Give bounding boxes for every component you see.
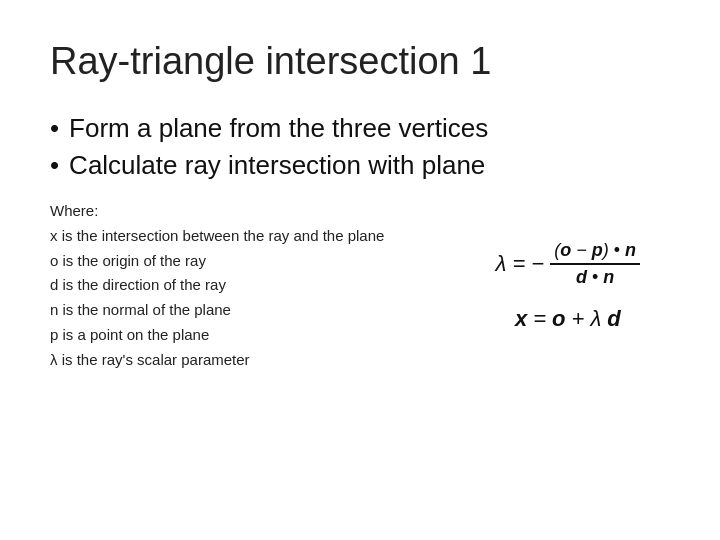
slide-title: Ray-triangle intersection 1 (50, 40, 670, 83)
bullet-item-1: • Form a plane from the three vertices (50, 113, 670, 144)
d-var: d (607, 306, 620, 332)
bullet-text-2: Calculate ray intersection with plane (69, 150, 485, 181)
frac-numerator: (o − p) • n (550, 240, 640, 265)
equals-sign-2: = (533, 306, 546, 332)
lambda-symbol: λ (496, 251, 507, 277)
formula-container: λ = − (o − p) • n d • n x = o + λ d (496, 240, 640, 332)
minus-sign-1: − (531, 251, 544, 277)
bullet-text-1: Form a plane from the three vertices (69, 113, 488, 144)
bullet-list: • Form a plane from the three vertices •… (50, 113, 670, 181)
o-var: o (552, 306, 565, 332)
formula-lambda: λ = − (o − p) • n d • n (496, 240, 640, 288)
plus-sign: + (572, 306, 585, 332)
bullet-dot-2: • (50, 150, 59, 181)
bullet-item-2: • Calculate ray intersection with plane (50, 150, 670, 181)
slide: Ray-triangle intersection 1 • Form a pla… (0, 0, 720, 540)
frac-denominator: d • n (572, 265, 618, 288)
x-var: x (515, 306, 527, 332)
where-label: Where: (50, 199, 670, 224)
formula-x: x = o + λ d (515, 306, 621, 332)
bullet-dot-1: • (50, 113, 59, 144)
lambda-var: λ (590, 306, 601, 332)
equals-sign-1: = (512, 251, 525, 277)
definition-5: λ is the ray's scalar parameter (50, 348, 670, 373)
fraction: (o − p) • n d • n (550, 240, 640, 288)
